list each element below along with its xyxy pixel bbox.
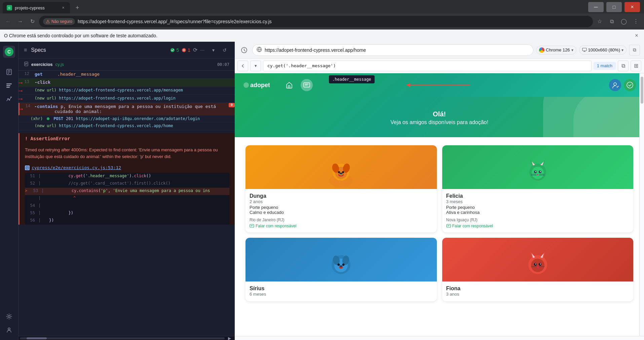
sidebar-icon-user[interactable] — [3, 324, 15, 336]
log-line-13: → 13 -click — [18, 79, 235, 87]
automation-banner-close[interactable]: × — [633, 32, 640, 39]
forward-button[interactable]: → — [15, 16, 26, 27]
animals-section: Dunga 2 anos Porte pequeno Calmo e educa… — [235, 137, 644, 309]
line-number-12: 12 — [18, 71, 32, 77]
animal-info-dunga: Dunga 2 anos Porte pequeno Calmo e educa… — [245, 189, 437, 232]
animal-contact-dunga[interactable]: Falar com responsável — [250, 224, 433, 228]
reload-button[interactable]: ↻ — [27, 16, 38, 27]
maximize-button[interactable]: □ — [606, 2, 622, 12]
log-line-newurl-1: → (new url) https://adopet-frontend-cypr… — [18, 87, 235, 95]
selector-input[interactable] — [263, 61, 592, 71]
preview-horizontal-scrollbar[interactable] — [235, 336, 644, 340]
match-count-badge: 1 match — [594, 62, 616, 70]
chrome-icon — [539, 47, 544, 53]
svg-point-15 — [8, 328, 10, 330]
profile-button[interactable]: ◯ — [618, 16, 629, 27]
security-badge[interactable]: ⚠ Não seguro — [43, 18, 75, 25]
cypress-header: ≡ Specs 5 1 ⟳ — — [18, 42, 235, 59]
preview-copy-button[interactable]: ⧉ — [629, 45, 640, 55]
selector-copy-button[interactable]: ⧉ — [618, 61, 629, 71]
sidebar-icon-settings[interactable] — [3, 310, 15, 323]
close-window-button[interactable]: × — [624, 2, 640, 12]
error-section: ! AssertionError Timed out retrying afte… — [18, 133, 235, 225]
preview-url-bar[interactable]: https://adopet-frontend-cypress.vercel.a… — [252, 44, 533, 56]
animal-location-felicia: Nova Iguaçu (RJ) — [446, 218, 630, 222]
tab-close-button[interactable]: × — [61, 5, 66, 10]
automation-text: O Chrome está sendo controlado por um so… — [4, 33, 157, 38]
animal-info-sirius: Sírius 6 meses — [245, 281, 437, 301]
resolution-icon — [582, 47, 587, 53]
not-secure-icon: ⚠ — [46, 19, 50, 24]
svg-point-50 — [532, 167, 544, 179]
animal-name-fiona: Fiona — [446, 286, 630, 292]
log-line-12: 12 get .header__message — [18, 71, 235, 79]
scrollbar-track[interactable] — [20, 337, 225, 339]
sidebar-icon-analytics[interactable] — [3, 93, 15, 105]
error-link-icon — [25, 165, 30, 170]
selector-dropdown-button[interactable]: ▾ — [250, 61, 261, 71]
sidebar-icon-runs[interactable] — [3, 79, 15, 91]
svg-rect-27 — [582, 48, 586, 51]
chrome-badge[interactable]: Chrome 126 ▾ — [536, 46, 576, 54]
animal-trait1-felicia: Porte pequeno — [446, 205, 630, 210]
hero-title: Olá! — [433, 110, 446, 118]
animal-name-dunga: Dunga — [250, 193, 433, 199]
cypress-sidebar: C — [0, 42, 18, 340]
animal-card-fiona: Fiona 3 anos — [442, 238, 634, 301]
menu-button[interactable]: ⋮ — [631, 16, 641, 27]
message-nav-icon[interactable] — [301, 79, 313, 91]
hero-wave-2 — [573, 97, 644, 137]
selector-action-button[interactable]: ⊞ — [631, 61, 641, 71]
sidebar-icon-specs[interactable] — [3, 66, 15, 78]
bookmark-button[interactable]: ☆ — [594, 16, 605, 27]
selector-toolbar: ▾ 1 match ⧉ ⊞ — [235, 59, 644, 73]
home-nav-icon[interactable] — [283, 79, 295, 91]
file-ext: cy.js — [55, 62, 64, 67]
svg-point-58 — [540, 171, 541, 172]
svg-point-57 — [535, 171, 536, 172]
selector-back-button[interactable] — [237, 61, 248, 71]
svg-point-37 — [627, 82, 633, 88]
animal-info-felicia: Felicia 3 meses Porte pequeno Ativa e ca… — [442, 189, 634, 232]
scrollbar-thumb[interactable] — [27, 337, 47, 339]
animal-contact-felicia[interactable]: Falar com responsável — [446, 224, 630, 228]
cypress-stats: 5 1 ⟳ — — [170, 47, 204, 53]
tab-favicon: C — [7, 5, 12, 10]
svg-rect-10 — [6, 87, 10, 88]
back-button[interactable]: ← — [3, 16, 13, 27]
new-tab-button[interactable]: + — [73, 3, 82, 12]
svg-text:C: C — [7, 49, 11, 54]
animal-image-fiona — [442, 238, 634, 281]
adopet-logo: adopet — [243, 80, 270, 90]
adopet-avatar-2[interactable] — [624, 79, 636, 91]
browser-frame: C projeto-cypress × + ─ □ × ← → ↻ ⚠ Não … — [0, 0, 644, 340]
svg-point-81 — [535, 264, 536, 265]
cypress-content: ≡ Specs 5 1 ⟳ — — [18, 42, 235, 340]
header-dropdown-button[interactable]: ▾ — [209, 45, 218, 55]
preview-vertical-scrollbar[interactable] — [639, 73, 644, 340]
sidebar-icon-logo[interactable]: C — [3, 46, 15, 58]
header-reload-button[interactable]: ↺ — [220, 45, 229, 55]
header-message-tooltip: .header__message — [329, 75, 375, 83]
animal-image-dunga — [245, 145, 437, 189]
red-arrow-indicator — [403, 80, 470, 91]
preview-nav-icon — [239, 45, 250, 55]
code-area[interactable]: 12 get .header__message → 13 -click — [18, 71, 235, 336]
tab-bar: C projeto-cypress × + ─ □ × — [0, 0, 644, 13]
svg-point-74 — [531, 259, 544, 272]
not-secure-label: Não seguro — [51, 19, 72, 24]
address-bar[interactable]: ⚠ Não seguro https://adopet-frontend-cyp… — [39, 16, 593, 27]
minimize-button[interactable]: ─ — [588, 2, 604, 12]
adopet-avatar-1[interactable] — [609, 79, 621, 91]
adopet-nav — [283, 79, 313, 91]
code-horizontal-scrollbar[interactable]: ▶ — [18, 336, 235, 340]
svg-point-70 — [342, 264, 345, 266]
resolution-badge[interactable]: 1000x660 (80%) ▾ — [579, 45, 627, 54]
error-file-link[interactable]: cypress/e2e/exercicios.cy.js:53:12 — [25, 165, 229, 170]
assertion-error-title: AssertionError — [30, 136, 70, 141]
browser-toolbar: ← → ↻ ⚠ Não seguro https://adopet-fronte… — [0, 13, 644, 30]
active-tab[interactable]: C projeto-cypress × — [3, 2, 70, 13]
animal-card-sirius: Sírius 6 meses — [245, 238, 437, 301]
svg-point-30 — [243, 82, 249, 88]
extension-button[interactable]: ⧉ — [606, 16, 617, 27]
